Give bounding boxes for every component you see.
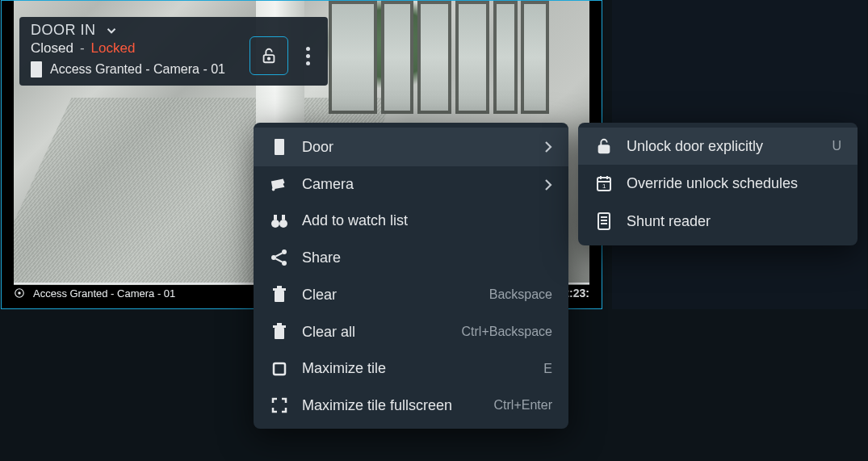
svg-rect-20	[277, 323, 282, 325]
svg-point-11	[282, 249, 287, 254]
svg-line-13	[276, 254, 283, 257]
camera-icon	[270, 178, 289, 192]
svg-rect-16	[273, 288, 286, 291]
menu-label: Maximize tile fullscreen	[302, 397, 481, 414]
submenu-item-unlock-explicitly[interactable]: Unlock door explicitly U	[578, 128, 858, 165]
door-state-locked: Locked	[91, 40, 136, 57]
context-submenu-door: Unlock door explicitly U 1 Override unlo…	[578, 123, 858, 245]
menu-item-door[interactable]: Door	[254, 128, 568, 166]
share-icon	[270, 249, 289, 266]
svg-rect-18	[275, 328, 284, 339]
menu-item-clear[interactable]: Clear Backspace	[254, 276, 568, 313]
menu-item-add-watchlist[interactable]: Add to watch list	[254, 203, 568, 239]
menu-label: Unlock door explicitly	[627, 138, 819, 155]
svg-rect-19	[273, 325, 286, 328]
menu-label: Override unlock schedules	[627, 175, 841, 192]
unlock-button[interactable]	[249, 36, 288, 75]
maximize-icon	[270, 361, 289, 377]
camera-badge-icon	[14, 287, 25, 299]
chevron-right-icon	[544, 178, 552, 191]
tile-overlay: DOOR IN Closed - Locked Access Granted -…	[19, 17, 328, 86]
svg-rect-9	[282, 215, 285, 220]
fullscreen-icon	[270, 396, 289, 414]
context-menu: Door Camera Add to watch list Share Clea…	[254, 123, 568, 429]
menu-label: Clear all	[302, 324, 449, 341]
svg-point-3	[18, 291, 21, 295]
calendar-icon: 1	[594, 174, 614, 192]
menu-label: Share	[302, 249, 552, 266]
svg-rect-4	[275, 139, 284, 155]
menu-shortcut: Backspace	[489, 287, 552, 302]
unlock-icon	[594, 137, 614, 155]
svg-rect-17	[277, 286, 282, 288]
menu-item-clear-all[interactable]: Clear all Ctrl+Backspace	[254, 313, 568, 350]
svg-point-1	[268, 57, 270, 59]
menu-item-maximize[interactable]: Maximize tile E	[254, 350, 568, 387]
more-menu-button[interactable]	[300, 40, 317, 72]
svg-text:1: 1	[602, 182, 606, 190]
menu-label: Maximize tile	[302, 360, 530, 377]
menu-label: Clear	[302, 287, 476, 304]
menu-shortcut: E	[543, 362, 552, 376]
reader-icon	[594, 212, 614, 231]
svg-rect-8	[274, 215, 277, 220]
trash-icon	[270, 323, 289, 341]
menu-label: Shunt reader	[627, 213, 841, 230]
door-icon	[270, 137, 289, 157]
menu-label: Add to watch list	[302, 212, 552, 229]
svg-line-14	[276, 259, 283, 262]
access-label: Access Granted - Camera - 01	[50, 62, 225, 77]
menu-shortcut: Ctrl+Backspace	[462, 325, 553, 339]
tile-title: DOOR IN	[31, 22, 96, 39]
timeline-label: Access Granted - Camera - 01	[33, 287, 175, 300]
door-state-closed: Closed	[31, 40, 73, 57]
svg-point-6	[271, 220, 279, 228]
submenu-item-override-schedules[interactable]: 1 Override unlock schedules	[578, 165, 858, 202]
door-icon	[31, 61, 42, 78]
menu-item-share[interactable]: Share	[254, 239, 568, 276]
menu-shortcut: U	[832, 139, 841, 153]
svg-rect-15	[275, 291, 284, 302]
svg-point-12	[282, 261, 287, 266]
trash-icon	[270, 286, 289, 304]
svg-point-7	[279, 220, 287, 228]
svg-rect-22	[599, 145, 610, 153]
chevron-down-icon[interactable]	[104, 23, 119, 38]
status-separator: -	[80, 40, 85, 57]
svg-rect-21	[274, 363, 285, 375]
menu-item-maximize-fullscreen[interactable]: Maximize tile fullscreen Ctrl+Enter	[254, 387, 568, 424]
submenu-item-shunt-reader[interactable]: Shunt reader	[578, 202, 858, 241]
svg-point-5	[272, 187, 275, 191]
menu-item-camera[interactable]: Camera	[254, 166, 568, 203]
menu-label: Door	[302, 139, 531, 156]
svg-point-10	[271, 255, 276, 260]
binoculars-icon	[270, 213, 289, 229]
chevron-right-icon	[544, 140, 552, 153]
menu-shortcut: Ctrl+Enter	[494, 398, 552, 413]
menu-label: Camera	[302, 176, 531, 193]
